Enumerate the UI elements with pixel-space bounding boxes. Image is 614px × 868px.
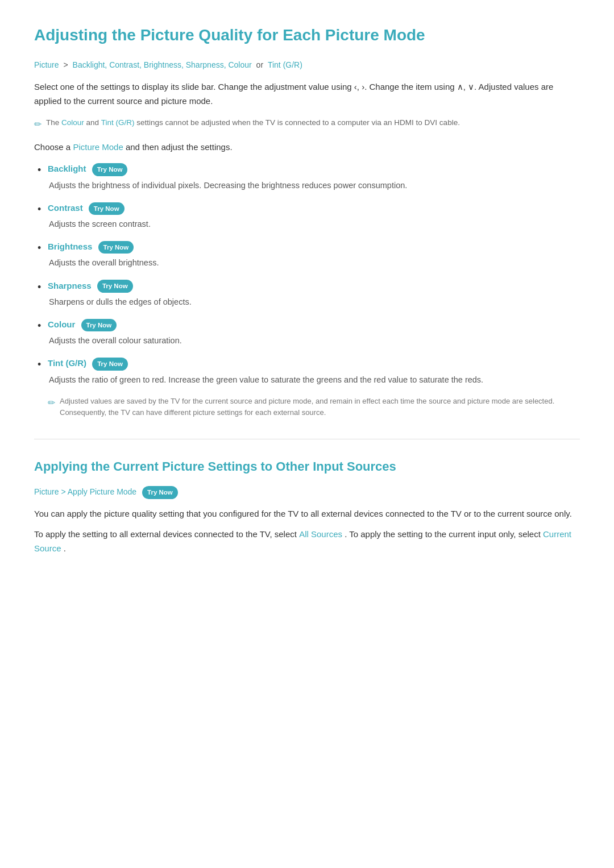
note-colour-tint: ✏ The Colour and Tint (G/R) settings can… <box>34 117 580 132</box>
colour-title[interactable]: Colour <box>48 319 75 329</box>
tint-try-now[interactable]: Try Now <box>92 358 128 370</box>
note-colour-tint-text: The Colour and Tint (G/R) settings canno… <box>46 117 460 129</box>
tint-highlight: Tint (G/R) <box>101 118 135 127</box>
tint-title[interactable]: Tint (G/R) <box>48 358 86 368</box>
contrast-title[interactable]: Contrast <box>48 203 83 213</box>
intro-paragraph: Select one of the settings to display it… <box>34 80 580 109</box>
section2-para2-mid: . To apply the setting to the current in… <box>345 529 543 539</box>
settings-list: Backlight Try Now Adjusts the brightness… <box>34 162 580 386</box>
breadcrumb-picture[interactable]: Picture <box>34 60 59 69</box>
breadcrumb-tint[interactable]: Tint (G/R) <box>268 60 302 69</box>
contrast-desc: Adjusts the screen contrast. <box>48 218 580 231</box>
list-item-backlight: Backlight Try Now Adjusts the brightness… <box>34 162 580 192</box>
section2-para2: To apply the setting to all external dev… <box>34 528 580 556</box>
section2-para1: You can apply the picture quality settin… <box>34 507 580 521</box>
page-title: Adjusting the Picture Quality for Each P… <box>34 23 580 48</box>
breadcrumb-settings[interactable]: Backlight, Contrast, Brightness, Sharpne… <box>73 60 252 69</box>
picture-mode-link[interactable]: Picture Mode <box>73 142 123 152</box>
section2-para2-start: To apply the setting to all external dev… <box>34 529 299 539</box>
colour-try-now[interactable]: Try Now <box>81 319 117 331</box>
tint-desc: Adjusts the ratio of green to red. Incre… <box>48 373 580 387</box>
backlight-title[interactable]: Backlight <box>48 164 86 173</box>
sharpness-title[interactable]: Sharpness <box>48 281 92 290</box>
section2-try-now[interactable]: Try Now <box>142 486 178 499</box>
section2-title: Applying the Current Picture Settings to… <box>34 456 580 476</box>
list-item-tint: Tint (G/R) Try Now Adjusts the ratio of … <box>34 356 580 386</box>
brightness-desc: Adjusts the overall brightness. <box>48 256 580 269</box>
colour-highlight: Colour <box>61 118 84 127</box>
section2-picture-link[interactable]: Picture <box>34 487 59 496</box>
brightness-title[interactable]: Brightness <box>48 242 92 251</box>
section-divider <box>34 439 580 439</box>
section2-apply-link[interactable]: Apply Picture Mode <box>68 487 136 496</box>
backlight-try-now[interactable]: Try Now <box>92 163 128 176</box>
note-adjusted-values: ✏ Adjusted values are saved by the TV fo… <box>48 396 580 418</box>
colour-desc: Adjusts the overall colour saturation. <box>48 334 580 347</box>
pencil-icon: ✏ <box>34 117 42 132</box>
list-item-colour: Colour Try Now Adjusts the overall colou… <box>34 318 580 347</box>
section2-breadcrumb: Picture > Apply Picture Mode Try Now <box>34 485 580 499</box>
section2-para2-end: . <box>64 543 66 553</box>
contrast-try-now[interactable]: Try Now <box>89 202 125 215</box>
list-item-sharpness: Sharpness Try Now Sharpens or dulls the … <box>34 279 580 309</box>
list-item-contrast: Contrast Try Now Adjusts the screen cont… <box>34 201 580 231</box>
breadcrumb: Picture > Backlight, Contrast, Brightnes… <box>34 59 580 71</box>
sharpness-try-now[interactable]: Try Now <box>97 280 133 292</box>
choose-picture-mode-text: Choose a Picture Mode and then adjust th… <box>34 140 580 154</box>
brightness-try-now[interactable]: Try Now <box>98 241 134 254</box>
pencil-icon-2: ✏ <box>48 396 55 410</box>
sharpness-desc: Sharpens or dulls the edges of objects. <box>48 296 580 309</box>
all-sources-link[interactable]: All Sources <box>299 529 342 539</box>
note-adjusted-values-text: Adjusted values are saved by the TV for … <box>60 396 580 418</box>
backlight-desc: Adjusts the brightness of individual pix… <box>48 179 580 192</box>
list-item-brightness: Brightness Try Now Adjusts the overall b… <box>34 240 580 269</box>
